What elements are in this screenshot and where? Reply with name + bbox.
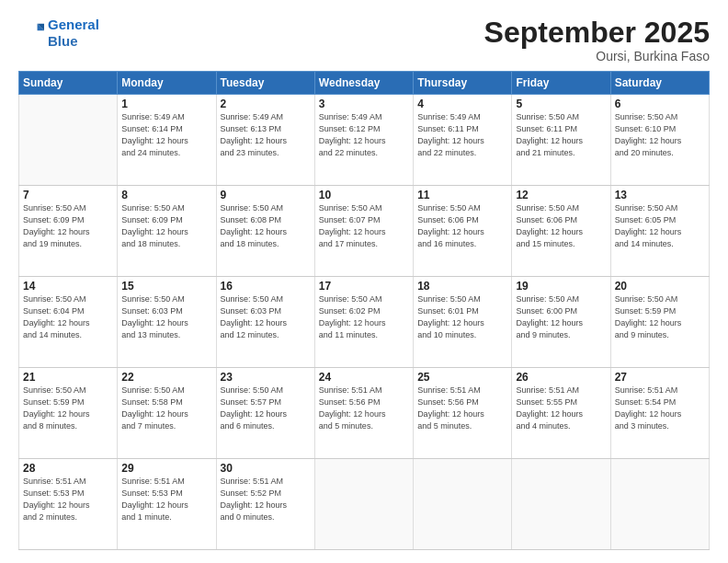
day-number: 30 — [221, 462, 311, 475]
day-number: 17 — [319, 280, 409, 293]
day-number: 2 — [221, 98, 311, 110]
day-number: 9 — [221, 189, 311, 201]
calendar-cell: 29Sunrise: 5:51 AM Sunset: 5:53 PM Dayli… — [118, 459, 216, 550]
day-number: 13 — [615, 189, 705, 201]
calendar-cell: 24Sunrise: 5:51 AM Sunset: 5:56 PM Dayli… — [314, 368, 413, 459]
day-info: Sunrise: 5:50 AM Sunset: 6:09 PM Dayligh… — [121, 202, 211, 250]
calendar-cell: 17Sunrise: 5:50 AM Sunset: 6:02 PM Dayli… — [314, 277, 413, 368]
day-number: 7 — [23, 189, 113, 201]
day-info: Sunrise: 5:50 AM Sunset: 6:03 PM Dayligh… — [221, 293, 311, 341]
day-info: Sunrise: 5:51 AM Sunset: 5:56 PM Dayligh… — [417, 385, 507, 432]
day-number: 10 — [319, 189, 409, 201]
week-row: 21Sunrise: 5:50 AM Sunset: 5:59 PM Dayli… — [19, 368, 710, 459]
day-number: 4 — [417, 98, 507, 110]
day-number: 5 — [516, 98, 606, 110]
weekday-header: Saturday — [610, 72, 709, 95]
day-info: Sunrise: 5:50 AM Sunset: 6:08 PM Dayligh… — [221, 202, 311, 250]
weekday-header-row: SundayMondayTuesdayWednesdayThursdayFrid… — [19, 72, 710, 95]
day-number: 22 — [121, 371, 211, 384]
day-info: Sunrise: 5:50 AM Sunset: 6:11 PM Dayligh… — [516, 111, 606, 159]
day-info: Sunrise: 5:50 AM Sunset: 6:01 PM Dayligh… — [417, 293, 507, 341]
day-info: Sunrise: 5:51 AM Sunset: 5:56 PM Dayligh… — [319, 385, 409, 432]
weekday-header: Sunday — [19, 72, 118, 95]
weekday-header: Thursday — [414, 72, 512, 95]
logo: General Blue — [18, 17, 99, 50]
day-number: 1 — [121, 98, 211, 110]
day-info: Sunrise: 5:50 AM Sunset: 5:57 PM Dayligh… — [221, 385, 311, 432]
week-row: 7Sunrise: 5:50 AM Sunset: 6:09 PM Daylig… — [19, 186, 710, 277]
day-info: Sunrise: 5:50 AM Sunset: 5:59 PM Dayligh… — [23, 385, 113, 432]
calendar-cell: 25Sunrise: 5:51 AM Sunset: 5:56 PM Dayli… — [414, 368, 512, 459]
day-number: 26 — [516, 371, 606, 384]
calendar-cell: 27Sunrise: 5:51 AM Sunset: 5:54 PM Dayli… — [610, 368, 709, 459]
logo-icon — [18, 20, 44, 46]
day-info: Sunrise: 5:50 AM Sunset: 6:03 PM Dayligh… — [121, 293, 211, 341]
day-number: 19 — [516, 280, 606, 293]
header: General Blue September 2025 Oursi, Burki… — [18, 17, 710, 63]
week-row: 1Sunrise: 5:49 AM Sunset: 6:14 PM Daylig… — [19, 95, 710, 186]
logo-text: General Blue — [48, 17, 99, 50]
day-number: 14 — [23, 280, 113, 293]
calendar-cell: 12Sunrise: 5:50 AM Sunset: 6:06 PM Dayli… — [512, 186, 610, 277]
day-info: Sunrise: 5:51 AM Sunset: 5:55 PM Dayligh… — [516, 385, 606, 432]
calendar-cell: 18Sunrise: 5:50 AM Sunset: 6:01 PM Dayli… — [414, 277, 512, 368]
calendar-cell: 14Sunrise: 5:50 AM Sunset: 6:04 PM Dayli… — [19, 277, 118, 368]
calendar-cell: 16Sunrise: 5:50 AM Sunset: 6:03 PM Dayli… — [216, 277, 314, 368]
calendar-cell: 28Sunrise: 5:51 AM Sunset: 5:53 PM Dayli… — [19, 459, 118, 550]
day-number: 18 — [417, 280, 507, 293]
title-block: September 2025 Oursi, Burkina Faso — [484, 17, 710, 63]
weekday-header: Monday — [118, 72, 216, 95]
day-info: Sunrise: 5:50 AM Sunset: 6:00 PM Dayligh… — [516, 293, 606, 341]
week-row: 14Sunrise: 5:50 AM Sunset: 6:04 PM Dayli… — [19, 277, 710, 368]
calendar-cell: 3Sunrise: 5:49 AM Sunset: 6:12 PM Daylig… — [314, 95, 413, 186]
day-info: Sunrise: 5:50 AM Sunset: 6:06 PM Dayligh… — [516, 202, 606, 250]
weekday-header: Tuesday — [216, 72, 314, 95]
day-info: Sunrise: 5:50 AM Sunset: 6:04 PM Dayligh… — [23, 293, 113, 341]
calendar-cell: 4Sunrise: 5:49 AM Sunset: 6:11 PM Daylig… — [414, 95, 512, 186]
day-info: Sunrise: 5:49 AM Sunset: 6:13 PM Dayligh… — [221, 111, 311, 159]
calendar-cell: 8Sunrise: 5:50 AM Sunset: 6:09 PM Daylig… — [118, 186, 216, 277]
calendar-cell: 9Sunrise: 5:50 AM Sunset: 6:08 PM Daylig… — [216, 186, 314, 277]
calendar-cell: 22Sunrise: 5:50 AM Sunset: 5:58 PM Dayli… — [118, 368, 216, 459]
day-info: Sunrise: 5:51 AM Sunset: 5:53 PM Dayligh… — [121, 476, 211, 523]
weekday-header: Friday — [512, 72, 610, 95]
day-number: 29 — [121, 462, 211, 475]
day-info: Sunrise: 5:50 AM Sunset: 6:10 PM Dayligh… — [615, 111, 705, 159]
day-info: Sunrise: 5:49 AM Sunset: 6:11 PM Dayligh… — [417, 111, 507, 159]
day-info: Sunrise: 5:50 AM Sunset: 5:58 PM Dayligh… — [121, 385, 211, 432]
calendar-cell: 6Sunrise: 5:50 AM Sunset: 6:10 PM Daylig… — [610, 95, 709, 186]
day-number: 3 — [319, 98, 409, 110]
day-number: 12 — [516, 189, 606, 201]
title-location: Oursi, Burkina Faso — [484, 49, 710, 63]
calendar-cell: 10Sunrise: 5:50 AM Sunset: 6:07 PM Dayli… — [314, 186, 413, 277]
day-info: Sunrise: 5:50 AM Sunset: 6:06 PM Dayligh… — [417, 202, 507, 250]
calendar-cell: 5Sunrise: 5:50 AM Sunset: 6:11 PM Daylig… — [512, 95, 610, 186]
week-row: 28Sunrise: 5:51 AM Sunset: 5:53 PM Dayli… — [19, 459, 710, 550]
day-number: 16 — [221, 280, 311, 293]
calendar-cell: 2Sunrise: 5:49 AM Sunset: 6:13 PM Daylig… — [216, 95, 314, 186]
day-info: Sunrise: 5:51 AM Sunset: 5:52 PM Dayligh… — [221, 476, 311, 523]
weekday-header: Wednesday — [314, 72, 413, 95]
day-number: 11 — [417, 189, 507, 201]
day-info: Sunrise: 5:50 AM Sunset: 5:59 PM Dayligh… — [615, 293, 705, 341]
day-number: 24 — [319, 371, 409, 384]
calendar-cell: 1Sunrise: 5:49 AM Sunset: 6:14 PM Daylig… — [118, 95, 216, 186]
day-number: 28 — [23, 462, 113, 475]
calendar-cell: 21Sunrise: 5:50 AM Sunset: 5:59 PM Dayli… — [19, 368, 118, 459]
calendar-cell: 7Sunrise: 5:50 AM Sunset: 6:09 PM Daylig… — [19, 186, 118, 277]
day-number: 20 — [615, 280, 705, 293]
calendar-cell — [19, 95, 118, 186]
calendar-cell: 15Sunrise: 5:50 AM Sunset: 6:03 PM Dayli… — [118, 277, 216, 368]
day-info: Sunrise: 5:49 AM Sunset: 6:12 PM Dayligh… — [319, 111, 409, 159]
day-info: Sunrise: 5:51 AM Sunset: 5:54 PM Dayligh… — [615, 385, 705, 432]
title-month: September 2025 — [484, 17, 710, 49]
calendar-cell: 30Sunrise: 5:51 AM Sunset: 5:52 PM Dayli… — [216, 459, 314, 550]
page: General Blue September 2025 Oursi, Burki… — [0, 0, 728, 563]
calendar-cell: 23Sunrise: 5:50 AM Sunset: 5:57 PM Dayli… — [216, 368, 314, 459]
day-info: Sunrise: 5:50 AM Sunset: 6:07 PM Dayligh… — [319, 202, 409, 250]
calendar-cell: 20Sunrise: 5:50 AM Sunset: 5:59 PM Dayli… — [610, 277, 709, 368]
day-info: Sunrise: 5:51 AM Sunset: 5:53 PM Dayligh… — [23, 476, 113, 523]
day-number: 6 — [615, 98, 705, 110]
calendar-table: SundayMondayTuesdayWednesdayThursdayFrid… — [18, 71, 710, 550]
day-number: 15 — [121, 280, 211, 293]
